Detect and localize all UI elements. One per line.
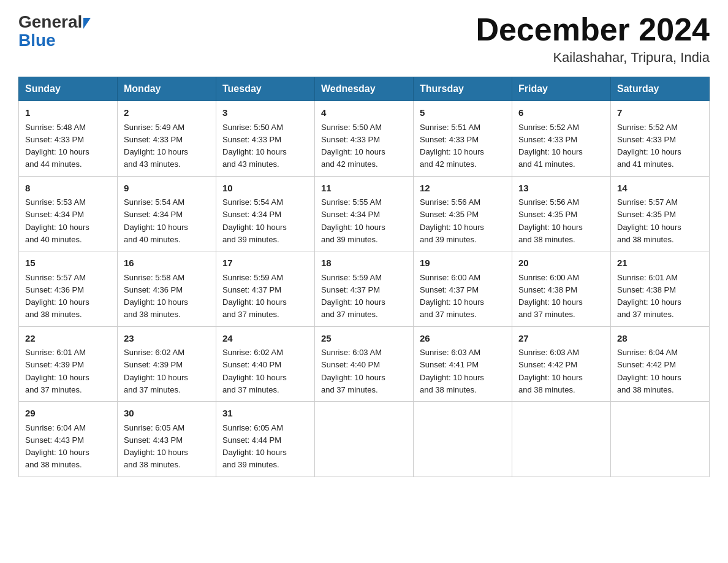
day-number: 15 bbox=[25, 256, 111, 270]
calendar-cell: 20 Sunrise: 6:00 AMSunset: 4:38 PMDaylig… bbox=[512, 251, 611, 327]
calendar-cell bbox=[414, 402, 512, 477]
calendar-cell: 24 Sunrise: 6:02 AMSunset: 4:40 PMDaylig… bbox=[216, 326, 315, 402]
day-info: Sunrise: 5:49 AMSunset: 4:33 PMDaylight:… bbox=[124, 123, 188, 169]
calendar-cell: 29 Sunrise: 6:04 AMSunset: 4:43 PMDaylig… bbox=[19, 402, 118, 477]
calendar-cell bbox=[512, 402, 611, 477]
day-info: Sunrise: 5:57 AMSunset: 4:35 PMDaylight:… bbox=[617, 197, 681, 244]
day-info: Sunrise: 5:54 AMSunset: 4:34 PMDaylight:… bbox=[222, 197, 287, 244]
calendar-cell: 5 Sunrise: 5:51 AMSunset: 4:33 PMDayligh… bbox=[414, 101, 512, 177]
day-info: Sunrise: 6:01 AMSunset: 4:38 PMDaylight:… bbox=[617, 273, 681, 320]
page-header: General Blue December 2024 Kailashahar, … bbox=[18, 12, 710, 66]
day-number: 25 bbox=[321, 332, 407, 346]
day-number: 5 bbox=[420, 106, 506, 120]
calendar-cell: 19 Sunrise: 6:00 AMSunset: 4:37 PMDaylig… bbox=[414, 251, 512, 327]
day-info: Sunrise: 6:00 AMSunset: 4:37 PMDaylight:… bbox=[420, 273, 484, 320]
day-info: Sunrise: 5:53 AMSunset: 4:34 PMDaylight:… bbox=[25, 197, 89, 244]
calendar-cell: 3 Sunrise: 5:50 AMSunset: 4:33 PMDayligh… bbox=[216, 101, 315, 177]
calendar-cell: 23 Sunrise: 6:02 AMSunset: 4:39 PMDaylig… bbox=[118, 326, 216, 402]
day-number: 21 bbox=[617, 256, 703, 270]
day-number: 26 bbox=[420, 332, 506, 346]
calendar-cell: 17 Sunrise: 5:59 AMSunset: 4:37 PMDaylig… bbox=[216, 251, 315, 327]
header-sunday: Sunday bbox=[19, 77, 118, 101]
calendar-cell: 8 Sunrise: 5:53 AMSunset: 4:34 PMDayligh… bbox=[19, 176, 118, 251]
day-number: 12 bbox=[420, 182, 506, 196]
calendar-header-row: SundayMondayTuesdayWednesdayThursdayFrid… bbox=[19, 77, 710, 101]
logo: General Blue bbox=[18, 12, 91, 50]
calendar-cell: 6 Sunrise: 5:52 AMSunset: 4:33 PMDayligh… bbox=[512, 101, 611, 177]
day-info: Sunrise: 6:03 AMSunset: 4:40 PMDaylight:… bbox=[321, 348, 385, 394]
day-info: Sunrise: 6:02 AMSunset: 4:39 PMDaylight:… bbox=[124, 348, 188, 394]
calendar-cell: 2 Sunrise: 5:49 AMSunset: 4:33 PMDayligh… bbox=[118, 101, 216, 177]
calendar-cell: 22 Sunrise: 6:01 AMSunset: 4:39 PMDaylig… bbox=[19, 326, 118, 402]
day-info: Sunrise: 6:00 AMSunset: 4:38 PMDaylight:… bbox=[518, 273, 583, 320]
day-info: Sunrise: 5:58 AMSunset: 4:36 PMDaylight:… bbox=[124, 273, 188, 320]
calendar-cell: 16 Sunrise: 5:58 AMSunset: 4:36 PMDaylig… bbox=[118, 251, 216, 327]
day-info: Sunrise: 5:59 AMSunset: 4:37 PMDaylight:… bbox=[321, 273, 385, 320]
header-thursday: Thursday bbox=[414, 77, 512, 101]
day-info: Sunrise: 5:50 AMSunset: 4:33 PMDaylight:… bbox=[222, 123, 287, 169]
day-number: 1 bbox=[25, 106, 111, 120]
calendar-cell: 26 Sunrise: 6:03 AMSunset: 4:41 PMDaylig… bbox=[414, 326, 512, 402]
logo-triangle-icon bbox=[83, 18, 91, 29]
logo-text: General bbox=[18, 12, 91, 32]
day-info: Sunrise: 5:50 AMSunset: 4:33 PMDaylight:… bbox=[321, 123, 385, 169]
day-info: Sunrise: 5:52 AMSunset: 4:33 PMDaylight:… bbox=[617, 123, 681, 169]
calendar-cell: 4 Sunrise: 5:50 AMSunset: 4:33 PMDayligh… bbox=[315, 101, 414, 177]
week-row-2: 8 Sunrise: 5:53 AMSunset: 4:34 PMDayligh… bbox=[19, 176, 710, 251]
day-info: Sunrise: 6:03 AMSunset: 4:42 PMDaylight:… bbox=[518, 348, 583, 394]
day-info: Sunrise: 6:01 AMSunset: 4:39 PMDaylight:… bbox=[25, 348, 89, 394]
day-number: 8 bbox=[25, 182, 111, 196]
calendar-cell: 27 Sunrise: 6:03 AMSunset: 4:42 PMDaylig… bbox=[512, 326, 611, 402]
week-row-3: 15 Sunrise: 5:57 AMSunset: 4:36 PMDaylig… bbox=[19, 251, 710, 327]
day-info: Sunrise: 5:48 AMSunset: 4:33 PMDaylight:… bbox=[25, 123, 89, 169]
day-number: 14 bbox=[617, 182, 703, 196]
day-info: Sunrise: 5:52 AMSunset: 4:33 PMDaylight:… bbox=[518, 123, 583, 169]
calendar-cell: 12 Sunrise: 5:56 AMSunset: 4:35 PMDaylig… bbox=[414, 176, 512, 251]
day-number: 4 bbox=[321, 106, 407, 120]
day-number: 19 bbox=[420, 256, 506, 270]
logo-blue: Blue bbox=[18, 31, 56, 50]
day-number: 9 bbox=[124, 182, 210, 196]
day-info: Sunrise: 6:02 AMSunset: 4:40 PMDaylight:… bbox=[222, 348, 287, 394]
day-number: 20 bbox=[518, 256, 604, 270]
day-info: Sunrise: 5:54 AMSunset: 4:34 PMDaylight:… bbox=[124, 197, 188, 244]
day-number: 16 bbox=[124, 256, 210, 270]
header-saturday: Saturday bbox=[611, 77, 710, 101]
day-info: Sunrise: 6:05 AMSunset: 4:44 PMDaylight:… bbox=[222, 423, 287, 470]
week-row-1: 1 Sunrise: 5:48 AMSunset: 4:33 PMDayligh… bbox=[19, 101, 710, 177]
day-number: 13 bbox=[518, 182, 604, 196]
day-number: 10 bbox=[222, 182, 308, 196]
day-number: 22 bbox=[25, 332, 111, 346]
week-row-5: 29 Sunrise: 6:04 AMSunset: 4:43 PMDaylig… bbox=[19, 402, 710, 477]
calendar-cell: 11 Sunrise: 5:55 AMSunset: 4:34 PMDaylig… bbox=[315, 176, 414, 251]
calendar-cell: 31 Sunrise: 6:05 AMSunset: 4:44 PMDaylig… bbox=[216, 402, 315, 477]
calendar-cell bbox=[611, 402, 710, 477]
day-number: 17 bbox=[222, 256, 308, 270]
day-number: 18 bbox=[321, 256, 407, 270]
calendar-cell: 1 Sunrise: 5:48 AMSunset: 4:33 PMDayligh… bbox=[19, 101, 118, 177]
calendar-cell: 10 Sunrise: 5:54 AMSunset: 4:34 PMDaylig… bbox=[216, 176, 315, 251]
day-number: 27 bbox=[518, 332, 604, 346]
calendar-cell: 14 Sunrise: 5:57 AMSunset: 4:35 PMDaylig… bbox=[611, 176, 710, 251]
day-number: 29 bbox=[25, 407, 111, 421]
day-info: Sunrise: 6:04 AMSunset: 4:42 PMDaylight:… bbox=[617, 348, 681, 394]
header-wednesday: Wednesday bbox=[315, 77, 414, 101]
calendar-cell: 13 Sunrise: 5:56 AMSunset: 4:35 PMDaylig… bbox=[512, 176, 611, 251]
day-info: Sunrise: 5:55 AMSunset: 4:34 PMDaylight:… bbox=[321, 197, 385, 244]
day-number: 28 bbox=[617, 332, 703, 346]
week-row-4: 22 Sunrise: 6:01 AMSunset: 4:39 PMDaylig… bbox=[19, 326, 710, 402]
day-info: Sunrise: 5:56 AMSunset: 4:35 PMDaylight:… bbox=[420, 197, 484, 244]
header-monday: Monday bbox=[118, 77, 216, 101]
calendar-cell: 7 Sunrise: 5:52 AMSunset: 4:33 PMDayligh… bbox=[611, 101, 710, 177]
header-friday: Friday bbox=[512, 77, 611, 101]
calendar-cell: 18 Sunrise: 5:59 AMSunset: 4:37 PMDaylig… bbox=[315, 251, 414, 327]
day-number: 7 bbox=[617, 106, 703, 120]
day-number: 31 bbox=[222, 407, 308, 421]
logo-general: General bbox=[18, 12, 82, 31]
calendar-table: SundayMondayTuesdayWednesdayThursdayFrid… bbox=[18, 77, 710, 477]
day-info: Sunrise: 6:03 AMSunset: 4:41 PMDaylight:… bbox=[420, 348, 484, 394]
day-number: 2 bbox=[124, 106, 210, 120]
day-number: 30 bbox=[124, 407, 210, 421]
day-number: 23 bbox=[124, 332, 210, 346]
day-number: 24 bbox=[222, 332, 308, 346]
